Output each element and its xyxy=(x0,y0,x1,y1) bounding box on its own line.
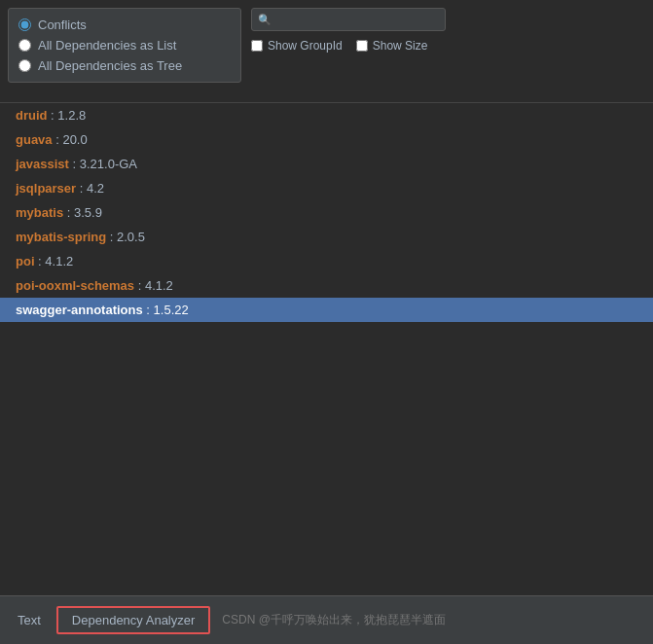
list-item[interactable]: javassist : 3.21.0-GA xyxy=(0,152,653,176)
list-item[interactable]: jsqlparser : 4.2 xyxy=(0,176,653,200)
dep-name: poi-ooxml-schemas xyxy=(16,278,134,293)
dep-version: : 1.5.22 xyxy=(143,303,189,317)
dep-name: guava xyxy=(16,132,53,147)
list-item[interactable]: swagger-annotations : 1.5.22 xyxy=(0,298,653,322)
dep-version: : 4.2 xyxy=(76,181,104,196)
dep-name: druid xyxy=(16,108,48,123)
checkboxes-row: Show GroupId Show Size xyxy=(251,39,645,53)
list-item[interactable]: mybatis-spring : 2.0.5 xyxy=(0,225,653,249)
dep-version: : 1.2.8 xyxy=(48,108,87,123)
list-item[interactable]: guava : 20.0 xyxy=(0,127,653,152)
text-label[interactable]: Text xyxy=(10,609,49,631)
radio-all-list[interactable]: All Dependencies as List xyxy=(18,35,231,55)
radio-all-list-label: All Dependencies as List xyxy=(38,38,176,53)
csdn-text: CSDN @千呼万唤始出来，犹抱琵琶半遮面 xyxy=(222,612,446,628)
dep-version: : 20.0 xyxy=(53,132,88,147)
search-input[interactable] xyxy=(251,8,446,31)
search-wrapper: 🔍 xyxy=(251,8,645,31)
radio-panel: Conflicts All Dependencies as List All D… xyxy=(8,8,241,83)
radio-conflicts-label: Conflicts xyxy=(38,18,87,32)
search-area: 🔍 Show GroupId Show Size xyxy=(251,8,645,53)
list-item[interactable]: mybatis : 3.5.9 xyxy=(0,200,653,225)
dependency-analyzer-tab[interactable]: Dependency Analyzer xyxy=(56,606,210,634)
dep-version: : 4.1.2 xyxy=(35,254,74,268)
dep-version: : 3.5.9 xyxy=(63,205,102,220)
show-size-checkbox[interactable]: Show Size xyxy=(356,39,428,53)
dep-name: jsqlparser xyxy=(16,181,76,196)
dep-name: mybatis xyxy=(16,205,63,220)
dep-name: javassist xyxy=(16,157,69,171)
show-groupid-checkbox[interactable]: Show GroupId xyxy=(251,39,343,53)
search-icon: 🔍 xyxy=(258,14,272,26)
dependency-list: druid : 1.2.8guava : 20.0javassist : 3.2… xyxy=(0,102,653,595)
show-groupid-label: Show GroupId xyxy=(268,39,343,53)
list-item[interactable]: poi : 4.1.2 xyxy=(0,249,653,273)
dep-version: : 2.0.5 xyxy=(106,230,145,244)
radio-all-tree-label: All Dependencies as Tree xyxy=(38,58,182,73)
show-size-label: Show Size xyxy=(373,39,428,53)
dep-name: mybatis-spring xyxy=(16,230,106,244)
list-item[interactable]: poi-ooxml-schemas : 4.1.2 xyxy=(0,273,653,298)
dep-version: : 3.21.0-GA xyxy=(69,157,137,171)
dep-version: : 4.1.2 xyxy=(134,278,173,293)
list-item[interactable]: druid : 1.2.8 xyxy=(0,103,653,127)
dep-name: swagger-annotations xyxy=(16,303,143,317)
bottom-bar: Text Dependency Analyzer CSDN @千呼万唤始出来，犹… xyxy=(0,595,653,644)
dep-name: poi xyxy=(16,254,35,268)
radio-conflicts[interactable]: Conflicts xyxy=(18,15,231,35)
radio-all-tree[interactable]: All Dependencies as Tree xyxy=(18,55,231,76)
